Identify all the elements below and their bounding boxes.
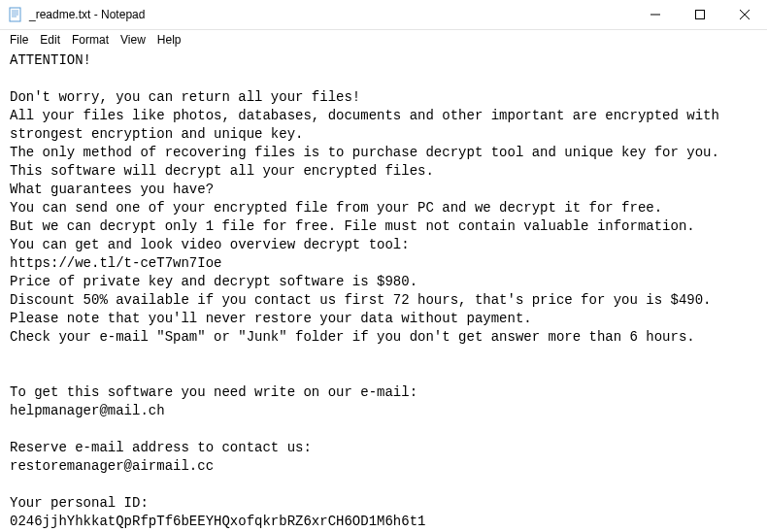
menu-help[interactable]: Help [151,31,187,49]
minimize-button[interactable] [633,0,678,29]
menu-format[interactable]: Format [66,31,115,49]
close-button[interactable] [722,0,767,29]
window-title: _readme.txt - Notepad [29,8,633,21]
notepad-icon [8,7,23,22]
window-controls [633,0,767,29]
menubar: File Edit Format View Help [0,30,767,50]
menu-file[interactable]: File [4,31,34,49]
menu-view[interactable]: View [115,31,151,49]
menu-edit[interactable]: Edit [34,31,66,49]
svg-rect-6 [696,11,705,19]
text-content[interactable]: ATTENTION! Don't worry, you can return a… [0,50,767,532]
titlebar: _readme.txt - Notepad [0,0,767,30]
maximize-button[interactable] [678,0,722,29]
